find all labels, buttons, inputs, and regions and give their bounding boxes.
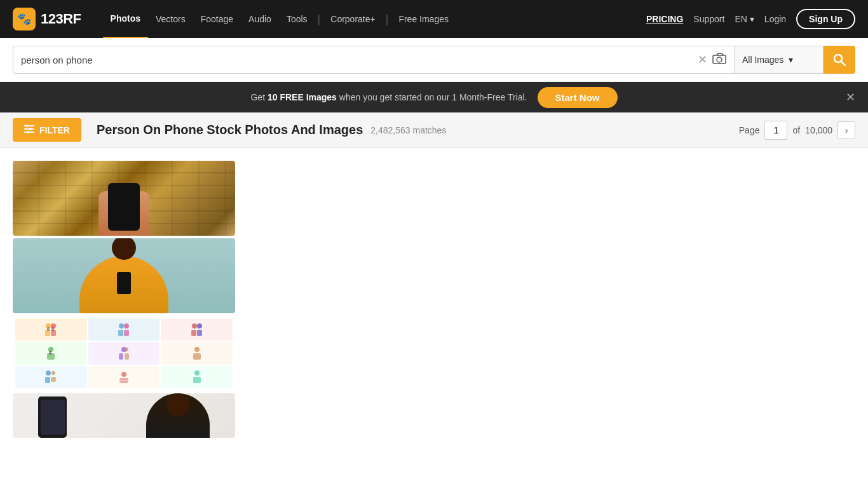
svg-rect-15 [51, 327, 54, 331]
search-input-wrap: ✕ [13, 46, 735, 74]
svg-rect-36 [51, 377, 56, 382]
results-title: Person On Phone Stock Photos And Images [97, 123, 363, 137]
svg-point-30 [125, 348, 128, 351]
svg-rect-23 [197, 330, 202, 336]
image-result-3[interactable] [13, 316, 235, 391]
svg-point-33 [46, 370, 51, 376]
promo-text-after: when you get started on our 1 Month-Free… [337, 92, 527, 102]
lang-selector[interactable]: EN ▾ [735, 14, 754, 24]
logo-icon: 🐾 [13, 8, 36, 30]
clear-search-icon[interactable]: ✕ [698, 53, 707, 67]
svg-point-31 [194, 347, 200, 352]
nav-right: PRICING Support EN ▾ Login Sign Up [646, 9, 855, 29]
filter-icon [24, 125, 34, 135]
illustration-cell-3 [161, 318, 233, 341]
svg-rect-28 [119, 353, 123, 360]
main-header: 🐾 123RF Photos Vectors Footage Audio Too… [0, 0, 868, 38]
camera-search-icon[interactable] [712, 53, 726, 67]
pagination: Page of 10,000 › [739, 121, 855, 140]
illustration-cell-1 [15, 318, 87, 341]
svg-point-7 [25, 125, 28, 127]
promo-text-bold: 10 FREE Images [268, 92, 337, 102]
svg-point-9 [27, 131, 29, 133]
svg-point-17 [124, 323, 129, 329]
svg-rect-41 [193, 377, 201, 383]
illustration-cell-5 [88, 342, 160, 364]
nav-photos[interactable]: Photos [103, 0, 148, 38]
illustration-cell-7 [15, 366, 87, 388]
svg-rect-26 [49, 351, 51, 355]
nav-corporate[interactable]: Corporate+ [323, 0, 383, 38]
search-button[interactable] [824, 46, 855, 74]
search-type-dropdown[interactable]: All Images ▾ [735, 46, 824, 74]
pricing-link[interactable]: PRICING [646, 14, 683, 24]
nav-sep-1: | [318, 13, 321, 26]
svg-rect-18 [118, 330, 123, 336]
page-total: 10,000 [805, 125, 832, 135]
page-label: Page [739, 125, 760, 135]
svg-rect-29 [125, 353, 129, 360]
svg-rect-19 [124, 330, 129, 336]
results-count: 2,482,563 matches [370, 125, 446, 135]
svg-point-1 [717, 57, 722, 62]
search-bar: ✕ All Images ▾ [0, 38, 868, 82]
nav-free-images[interactable]: Free Images [391, 0, 456, 38]
svg-line-3 [841, 62, 845, 65]
image-results-column [13, 161, 235, 438]
promo-text: Get 10 FREE Images when you get started … [250, 92, 527, 102]
search-type-label: All Images [742, 55, 783, 65]
lang-label: EN [735, 14, 747, 24]
nav-tools[interactable]: Tools [279, 0, 315, 38]
right-content-area [245, 161, 855, 438]
svg-rect-35 [45, 377, 50, 383]
filter-button[interactable]: FILTER [13, 118, 81, 142]
svg-point-8 [29, 128, 32, 130]
promo-banner: Get 10 FREE Images when you get started … [0, 82, 868, 112]
illustration-cell-6 [161, 342, 233, 364]
illustration-cell-2 [88, 318, 160, 341]
main-content [0, 148, 868, 451]
signup-button[interactable]: Sign Up [796, 9, 855, 29]
image-result-1[interactable] [13, 161, 235, 236]
filter-label: FILTER [39, 125, 70, 135]
support-link[interactable]: Support [693, 14, 724, 24]
filter-bar: FILTER Person On Phone Stock Photos And … [0, 112, 868, 148]
login-link[interactable]: Login [764, 14, 786, 24]
dropdown-chevron-icon: ▾ [789, 55, 793, 65]
nav-vectors[interactable]: Vectors [148, 0, 193, 38]
svg-point-20 [192, 323, 197, 329]
illustration-cell-8 [88, 366, 160, 388]
lang-chevron-icon: ▾ [750, 14, 754, 24]
page-of: of [792, 125, 800, 135]
main-nav: Photos Vectors Footage Audio Tools | Cor… [103, 0, 631, 38]
search-input[interactable] [21, 55, 698, 65]
illustration-cell-9 [161, 366, 233, 388]
svg-point-21 [197, 323, 202, 329]
illustration-cell-4 [15, 342, 87, 364]
svg-point-37 [121, 372, 126, 377]
promo-close-icon[interactable]: ✕ [846, 90, 855, 104]
page-input[interactable] [764, 121, 787, 140]
start-now-button[interactable]: Start Now [538, 87, 618, 108]
svg-rect-32 [193, 353, 201, 360]
svg-rect-22 [191, 330, 196, 336]
nav-audio[interactable]: Audio [241, 0, 279, 38]
image-result-4[interactable] [13, 393, 235, 438]
nav-footage[interactable]: Footage [193, 0, 241, 38]
svg-rect-14 [47, 327, 50, 331]
promo-text-before: Get [250, 92, 267, 102]
svg-point-40 [194, 370, 200, 376]
logo-text: 123RF [41, 11, 81, 27]
nav-sep-2: | [386, 13, 389, 26]
svg-point-34 [51, 371, 55, 375]
next-page-button[interactable]: › [837, 121, 855, 139]
logo-area[interactable]: 🐾 123RF [13, 8, 81, 30]
svg-point-16 [119, 323, 124, 329]
image-result-2[interactable] [13, 238, 235, 313]
